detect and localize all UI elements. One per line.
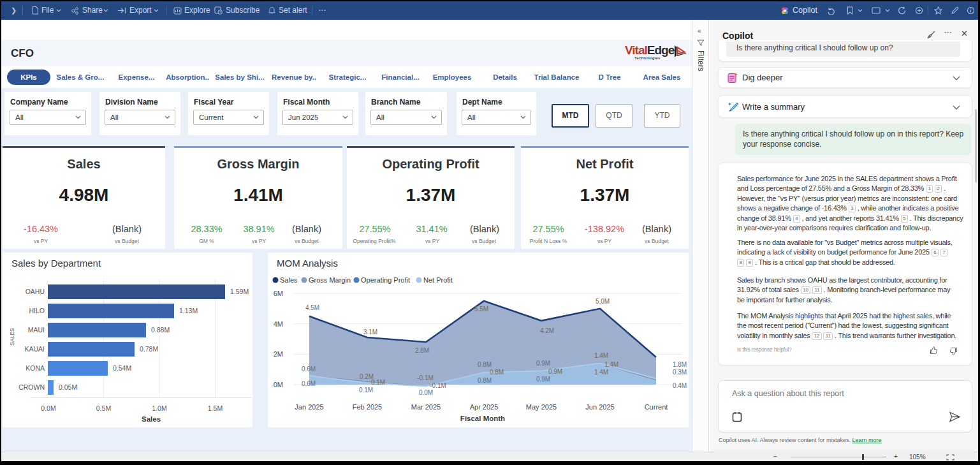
svg-text:-0.1M: -0.1M	[430, 382, 446, 389]
svg-text:0.5M: 0.5M	[96, 404, 111, 412]
svg-text:1.4M: 1.4M	[594, 369, 608, 376]
svg-text:4.5M: 4.5M	[305, 304, 319, 311]
svg-text:Current: Current	[645, 403, 668, 411]
svg-text:0.78M: 0.78M	[140, 345, 158, 353]
svg-text:0.6M: 0.6M	[302, 365, 316, 373]
svg-text:Apr 2025: Apr 2025	[470, 403, 499, 411]
svg-text:0.0M: 0.0M	[41, 404, 55, 412]
svg-text:4.2M: 4.2M	[540, 327, 554, 334]
svg-text:0.1M: 0.1M	[359, 387, 373, 394]
svg-text:0.6M: 0.6M	[302, 380, 316, 387]
svg-text:1.5M: 1.5M	[208, 404, 223, 412]
svg-text:Sales: Sales	[142, 415, 161, 423]
svg-text:0.8M: 0.8M	[478, 361, 492, 368]
svg-text:0.8M: 0.8M	[478, 377, 492, 384]
svg-text:Sales: Sales	[280, 276, 298, 284]
svg-text:CROWN: CROWN	[18, 383, 45, 391]
svg-text:0.9M: 0.9M	[536, 360, 550, 367]
svg-text:Jan 2025: Jan 2025	[295, 403, 323, 411]
svg-text:1.59M: 1.59M	[230, 288, 249, 295]
svg-text:3.1M: 3.1M	[363, 328, 377, 336]
svg-text:5.5M: 5.5M	[474, 306, 488, 313]
svg-text:0.9M: 0.9M	[536, 376, 550, 383]
svg-text:1.8M: 1.8M	[673, 361, 687, 368]
svg-text:1.4M: 1.4M	[604, 361, 618, 368]
svg-text:Mar 2025: Mar 2025	[411, 403, 441, 411]
svg-text:0.0M: 0.0M	[419, 389, 433, 396]
svg-text:SALES: SALES	[9, 328, 15, 346]
svg-text:2.8M: 2.8M	[415, 347, 429, 354]
svg-text:6M: 6M	[274, 290, 283, 297]
svg-text:Net Profit: Net Profit	[423, 276, 453, 284]
svg-text:2M: 2M	[274, 350, 283, 358]
svg-text:KONA: KONA	[26, 364, 45, 372]
svg-text:0.9M: 0.9M	[548, 368, 562, 375]
svg-text:0.4M: 0.4M	[673, 382, 687, 389]
svg-text:Operating Profit: Operating Profit	[361, 276, 410, 284]
svg-text:Jun 2025: Jun 2025	[585, 403, 614, 411]
svg-text:-0.1M: -0.1M	[417, 374, 434, 381]
svg-text:MAUI: MAUI	[28, 326, 45, 334]
svg-text:Feb 2025: Feb 2025	[353, 403, 382, 411]
svg-text:0M: 0M	[274, 381, 283, 388]
svg-text:5.0M: 5.0M	[596, 298, 610, 305]
svg-text:0.54M: 0.54M	[113, 364, 131, 372]
svg-text:Fiscal Month: Fiscal Month	[460, 415, 505, 422]
svg-text:KAUAI: KAUAI	[24, 345, 45, 353]
svg-text:4M: 4M	[274, 320, 283, 328]
svg-text:May 2025: May 2025	[526, 403, 557, 411]
svg-text:OAHU: OAHU	[26, 288, 45, 295]
svg-text:1.4M: 1.4M	[594, 352, 608, 359]
svg-text:Gross Margin: Gross Margin	[309, 276, 351, 284]
svg-text:0.88M: 0.88M	[151, 326, 170, 334]
svg-text:1.0M: 1.0M	[152, 404, 166, 412]
svg-text:1.13M: 1.13M	[179, 307, 198, 314]
svg-text:HILO: HILO	[29, 307, 45, 314]
svg-text:0.1M: 0.1M	[371, 379, 385, 386]
svg-text:0.05M: 0.05M	[59, 383, 77, 391]
svg-text:0.3M: 0.3M	[673, 369, 687, 376]
svg-text:0.8M: 0.8M	[490, 369, 504, 376]
